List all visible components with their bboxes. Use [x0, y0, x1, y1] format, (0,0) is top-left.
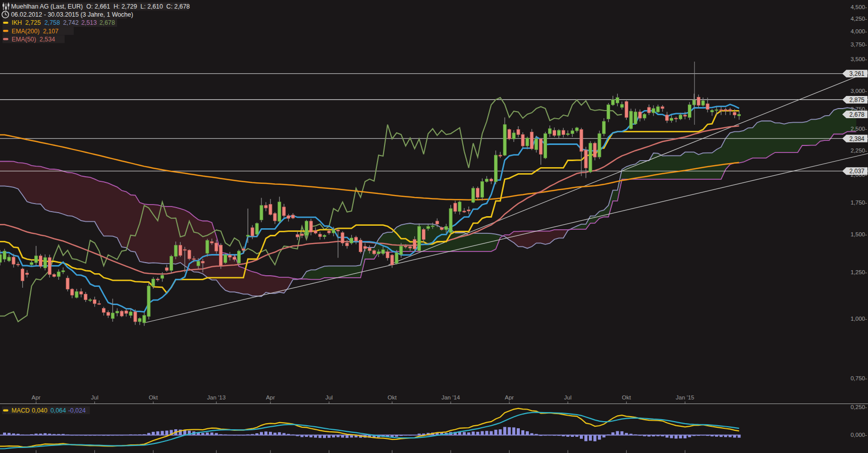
svg-text:2,037: 2,037: [849, 168, 864, 175]
svg-text:4,500-: 4,500-: [850, 4, 867, 10]
svg-text:MACD: MACD: [12, 407, 30, 414]
svg-text:2,678: 2,678: [99, 19, 115, 26]
svg-text:0,040: 0,040: [32, 407, 47, 414]
svg-text:3,000-: 3,000-: [850, 88, 867, 94]
svg-text:Jul: Jul: [91, 394, 98, 400]
svg-text:4,250-: 4,250-: [850, 16, 867, 22]
svg-text:Jul: Jul: [564, 394, 572, 400]
svg-text:2,875: 2,875: [849, 96, 864, 104]
svg-text:2,742: 2,742: [63, 19, 79, 26]
svg-text:2,513: 2,513: [81, 19, 97, 26]
svg-text:Okt: Okt: [622, 394, 631, 400]
svg-text:-0,024: -0,024: [68, 407, 86, 414]
svg-text:Okt: Okt: [149, 394, 158, 400]
svg-text:Jan '13: Jan '13: [207, 394, 226, 400]
svg-text:Apr: Apr: [32, 394, 41, 400]
svg-text:3,750-: 3,750-: [850, 41, 867, 47]
svg-text:Muehlhan AG (Last, EUR) O: 2,: Muehlhan AG (Last, EUR) O: 2,661 H: 2,72…: [11, 3, 190, 10]
svg-text:Apr: Apr: [505, 394, 514, 400]
svg-text:IKH: IKH: [12, 19, 22, 26]
svg-text:2,500-: 2,500-: [850, 126, 867, 132]
svg-text:0,064: 0,064: [50, 407, 66, 414]
svg-text:1,000-: 1,000-: [850, 316, 867, 322]
svg-text:Apr: Apr: [266, 394, 275, 400]
svg-text:2,250-: 2,250-: [850, 147, 867, 154]
svg-text:Okt: Okt: [388, 394, 397, 400]
svg-text:2,758: 2,758: [44, 19, 60, 26]
svg-text:2,678: 2,678: [849, 111, 864, 118]
svg-text:Jan '15: Jan '15: [676, 394, 694, 400]
svg-text:EMA(200) 2,107: EMA(200) 2,107: [12, 28, 59, 35]
svg-text:0,000-: 0,000-: [850, 432, 867, 438]
svg-text:06.02.2012 - 30.03.2015 (3 Jah: 06.02.2012 - 30.03.2015 (3 Jahre, 1 Woch…: [11, 11, 133, 18]
svg-text:EMA(50) 2,534: EMA(50) 2,534: [12, 36, 55, 43]
svg-text:1,500-: 1,500-: [850, 231, 867, 237]
svg-text:Jul: Jul: [326, 394, 333, 400]
svg-text:2,384: 2,384: [849, 135, 864, 142]
svg-text:1,750-: 1,750-: [850, 199, 867, 206]
svg-text:2,725: 2,725: [25, 19, 41, 26]
svg-text:4,000-: 4,000-: [850, 28, 867, 34]
svg-text:1,250-: 1,250-: [850, 269, 867, 275]
svg-text:3,261: 3,261: [849, 70, 864, 77]
svg-text:Jan '14: Jan '14: [442, 394, 460, 400]
svg-text:3,500-: 3,500-: [850, 56, 867, 62]
svg-text:0,750-: 0,750-: [850, 375, 867, 381]
svg-text:0,250-: 0,250-: [850, 404, 867, 410]
